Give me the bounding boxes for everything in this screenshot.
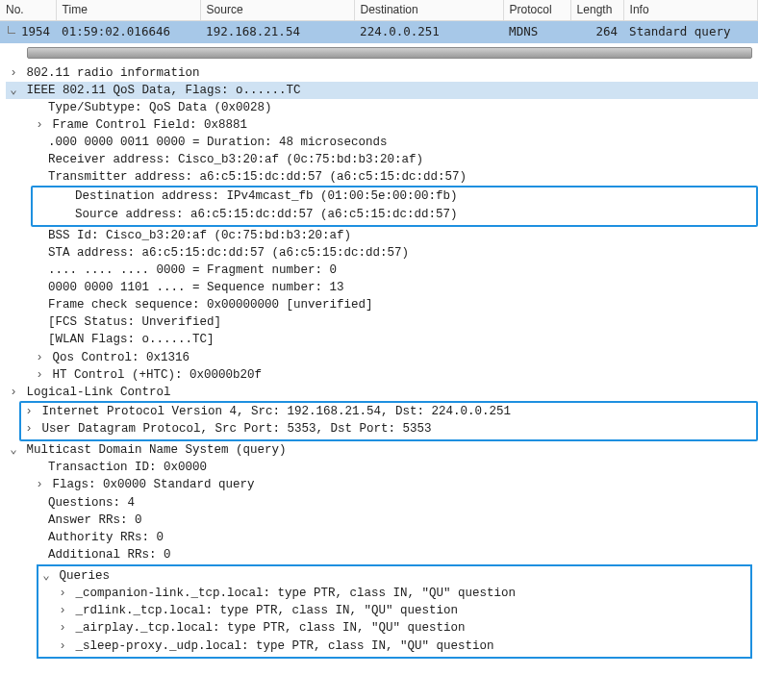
chevron-down-icon[interactable]: ⌄ <box>8 82 19 99</box>
tree-ieee-receiver[interactable]: · Receiver address: Cisco_b3:20:af (0c:7… <box>6 151 758 168</box>
packet-list-table: No. Time Source Destination Protocol Len… <box>0 0 758 43</box>
chevron-right-icon[interactable]: › <box>57 585 68 602</box>
tree-mdns-questions[interactable]: · Questions: 4 <box>6 494 758 512</box>
tree-ieee-qos[interactable]: · › Qos Control: 0x1316 <box>6 349 758 366</box>
tree-mdns-query-item[interactable]: › _sleep-proxy._udp.local: type PTR, cla… <box>40 638 748 655</box>
packet-row-selected[interactable]: 1954 01:59:02.016646 192.168.21.54 224.0… <box>0 21 758 43</box>
tree-ieee-fcs-status[interactable]: · [FCS Status: Unverified] <box>6 313 758 331</box>
tree-mdns-query-item[interactable]: › _rdlink._tcp.local: type PTR, class IN… <box>40 602 748 619</box>
tree-mdns-query-item[interactable]: › _airplay._tcp.local: type PTR, class I… <box>40 619 748 637</box>
packet-source: 192.168.21.54 <box>200 21 354 43</box>
col-header-time[interactable]: Time <box>56 0 200 21</box>
tree-ieee-transmitter[interactable]: · Transmitter address: a6:c5:15:dc:dd:57… <box>6 168 758 186</box>
highlight-box-network: › Internet Protocol Version 4, Src: 192.… <box>19 401 758 441</box>
col-header-info[interactable]: Info <box>623 0 757 21</box>
packet-length: 264 <box>570 21 623 43</box>
packet-details-tree: › 802.11 radio information ⌄ IEEE 802.11… <box>0 64 758 666</box>
col-header-no[interactable]: No. <box>0 0 56 21</box>
tree-llc[interactable]: › Logical-Link Control <box>6 384 758 401</box>
tree-ieee-wlan-flags[interactable]: · [WLAN Flags: o......TC] <box>6 331 758 348</box>
tree-mdns-queries[interactable]: ⌄ Queries <box>23 567 748 585</box>
chevron-right-icon[interactable]: › <box>8 384 19 401</box>
chevron-right-icon[interactable]: › <box>34 349 45 366</box>
tree-ipv4[interactable]: › Internet Protocol Version 4, Src: 192.… <box>10 403 754 420</box>
tree-ieee-bssid[interactable]: · BSS Id: Cisco_b3:20:af (0c:75:bd:b3:20… <box>6 227 758 244</box>
chevron-right-icon[interactable]: › <box>8 64 19 82</box>
chevron-right-icon[interactable]: › <box>57 619 68 637</box>
col-header-protocol[interactable]: Protocol <box>503 0 570 21</box>
tree-mdns-additional[interactable]: · Additional RRs: 0 <box>6 546 758 563</box>
tree-ieee-source[interactable]: · Source address: a6:c5:15:dc:dd:57 (a6:… <box>10 206 754 223</box>
tree-mdns-header[interactable]: ⌄ Multicast Domain Name System (query) <box>6 441 758 459</box>
tree-ieee-destination[interactable]: · Destination address: IPv4mcast_fb (01:… <box>10 188 754 205</box>
tree-mdns-txid[interactable]: · Transaction ID: 0x0000 <box>6 459 758 476</box>
packet-row-marker-icon <box>8 26 15 34</box>
packet-info: Standard query <box>623 21 757 43</box>
chevron-down-icon[interactable]: ⌄ <box>40 567 52 585</box>
tree-ieee-type-subtype[interactable]: · Type/Subtype: QoS Data (0x0028) <box>6 99 758 116</box>
tree-mdns-answers[interactable]: · Answer RRs: 0 <box>6 512 758 529</box>
tree-ieee-sta[interactable]: · STA address: a6:c5:15:dc:dd:57 (a6:c5:… <box>6 244 758 262</box>
col-header-length[interactable]: Length <box>570 0 623 21</box>
highlight-box-queries: ⌄ Queries › _companion-link._tcp.local: … <box>37 564 752 659</box>
chevron-right-icon[interactable]: › <box>34 116 45 134</box>
packet-list-header-row: No. Time Source Destination Protocol Len… <box>0 0 758 21</box>
tree-udp[interactable]: › User Datagram Protocol, Src Port: 5353… <box>10 420 754 438</box>
packet-destination: 224.0.0.251 <box>354 21 503 43</box>
tree-ieee-sequence[interactable]: · 0000 0000 1101 .... = Sequence number:… <box>6 279 758 296</box>
chevron-right-icon[interactable]: › <box>34 476 45 493</box>
tree-ieee-ht[interactable]: · › HT Control (+HTC): 0x0000b20f <box>6 366 758 384</box>
packet-protocol: MDNS <box>503 21 570 43</box>
tree-ieee-fcs[interactable]: · Frame check sequence: 0x00000000 [unve… <box>6 296 758 313</box>
tree-ieee-duration[interactable]: · .000 0000 0011 0000 = Duration: 48 mic… <box>6 134 758 151</box>
chevron-right-icon[interactable]: › <box>57 602 68 619</box>
tree-ieee-fcf[interactable]: · › Frame Control Field: 0x8881 <box>6 116 758 134</box>
chevron-right-icon[interactable]: › <box>23 420 35 438</box>
horizontal-scrollbar[interactable] <box>27 47 752 59</box>
tree-mdns-flags[interactable]: · › Flags: 0x0000 Standard query <box>6 476 758 493</box>
packet-no: 1954 <box>21 24 50 38</box>
tree-ieee-fragment[interactable]: · .... .... .... 0000 = Fragment number:… <box>6 262 758 279</box>
packet-time: 01:59:02.016646 <box>56 21 200 43</box>
chevron-right-icon[interactable]: › <box>57 638 68 655</box>
highlight-box-addresses: · Destination address: IPv4mcast_fb (01:… <box>31 186 758 226</box>
tree-mdns-authority[interactable]: · Authority RRs: 0 <box>6 529 758 546</box>
col-header-source[interactable]: Source <box>200 0 354 21</box>
chevron-right-icon[interactable]: › <box>34 366 45 384</box>
chevron-down-icon[interactable]: ⌄ <box>8 441 19 459</box>
tree-radio-info[interactable]: › 802.11 radio information <box>6 64 758 82</box>
col-header-destination[interactable]: Destination <box>354 0 503 21</box>
tree-mdns-query-item[interactable]: › _companion-link._tcp.local: type PTR, … <box>40 585 748 602</box>
chevron-right-icon[interactable]: › <box>23 403 35 420</box>
tree-ieee-header[interactable]: ⌄ IEEE 802.11 QoS Data, Flags: o......TC <box>6 82 758 99</box>
